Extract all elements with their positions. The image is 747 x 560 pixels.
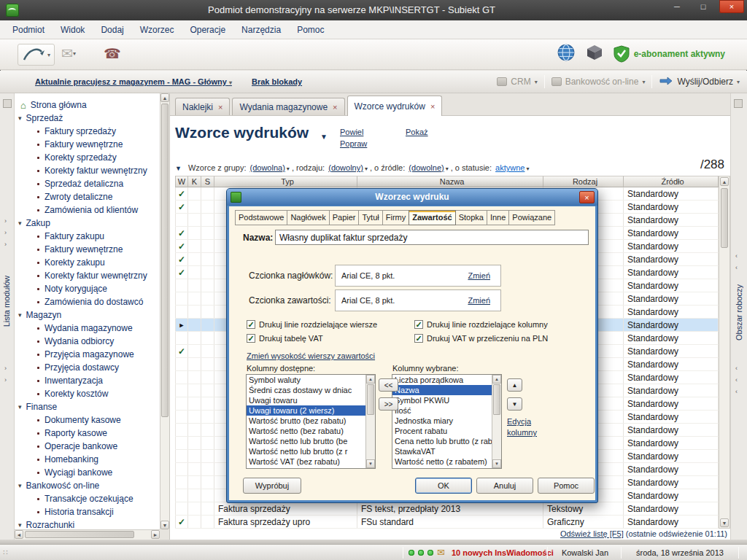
list-item-uwagi-towaru[interactable]: Uwagi towaru: [247, 395, 365, 405]
status-dot-icon[interactable]: [427, 550, 433, 556]
list-item-wartosc-netto-lub-brutto-be[interactable]: Wartość netto lub brutto (be: [247, 436, 365, 446]
scroll-down-icon[interactable]: ▼: [366, 459, 375, 468]
bankowosc-menu[interactable]: Bankowość on-line▾: [551, 77, 646, 87]
online-services-button[interactable]: [557, 43, 576, 65]
menu-item-dodaj[interactable]: Dodaj: [93, 22, 131, 38]
sidebar-horizontal-scrollbar[interactable]: ◄ ►: [15, 529, 160, 540]
sidebar-item-magazyn[interactable]: ▾Magazyn: [15, 308, 160, 322]
filter-zrodlo-value[interactable]: (dowolne): [409, 163, 444, 172]
tab-wzorce-wydrukow[interactable]: Wzorce wydruków×: [347, 96, 443, 116]
scroll-down-icon[interactable]: ▼: [720, 518, 729, 527]
table-row[interactable]: Faktura sprzedażyFS tekst, przedpłaty 20…: [175, 502, 719, 516]
scroll-down-icon[interactable]: ▼: [492, 459, 501, 468]
list-item-symbol-waluty[interactable]: Symbol waluty: [247, 375, 365, 385]
sidebar-item-korekty-zakupu[interactable]: Korekty zakupu: [15, 256, 160, 269]
sidebar-item-operacje-bankowe[interactable]: Operacje bankowe: [15, 440, 160, 453]
filter-grupa-value[interactable]: (dowolna): [250, 163, 285, 172]
scrollbar-thumb[interactable]: [493, 384, 500, 415]
scroll-down-icon[interactable]: ▼: [160, 521, 169, 529]
right-strip-label[interactable]: Obszar roboczy: [735, 284, 743, 341]
menu-item-narzedzia[interactable]: Narzędzia: [233, 22, 289, 38]
sidebar-item-faktury-wewnetrzne[interactable]: Faktury wewnętrzne: [15, 243, 160, 256]
checkbox-drukuj-linie-rozdzielajace-kolumny[interactable]: ✓Drukuj linie rozdzielające kolumny: [414, 320, 587, 329]
sidebar-item-sprzedaz[interactable]: ▾Sprzedaż: [15, 112, 160, 125]
column-header-nazwa[interactable]: Nazwa: [357, 176, 543, 187]
list-item-nazwa[interactable]: Nazwa: [392, 385, 492, 395]
change-header-font-link[interactable]: Zmień: [468, 271, 490, 280]
list-scrollbar[interactable]: ▲ ▼: [492, 375, 501, 468]
filter-status-value[interactable]: aktywne: [495, 163, 525, 172]
dialog-title-bar[interactable]: Wzorzec wydruku ×: [227, 189, 597, 206]
dialog-tab-podstawowe[interactable]: Podstawowe: [235, 210, 287, 225]
row-height-link[interactable]: Zmień wysokość wierszy zawartości: [247, 351, 375, 360]
sidebar-item-korekty-sprzedazy[interactable]: Korekty sprzedaży: [15, 151, 160, 164]
sidebar-item-homebanking[interactable]: Homebanking: [15, 453, 160, 466]
sidebar-item-korekty-faktur-wewnetrzny[interactable]: Korekty faktur wewnętrzny: [15, 269, 160, 282]
scrollbar-thumb[interactable]: [367, 384, 374, 415]
sidebar-vertical-scrollbar[interactable]: ▲ ▼: [160, 93, 169, 529]
sidebar-item-faktury-wewnetrzne[interactable]: Faktury wewnętrzne: [15, 138, 160, 151]
status-dot-icon[interactable]: [409, 550, 414, 556]
list-item-uwagi-towaru-2-wiersz[interactable]: Uwagi towaru (2 wiersz): [247, 405, 365, 416]
close-icon[interactable]: ×: [333, 103, 337, 112]
list-item-jednostka-miary[interactable]: Jednostka miary: [392, 416, 492, 426]
chevron-left-icon[interactable]: ‹: [735, 264, 738, 271]
page-title[interactable]: Wzorce wydruków: [175, 124, 309, 141]
dialog-tab-stopka[interactable]: Stopka: [455, 210, 487, 225]
move-down-button[interactable]: ▼: [507, 397, 522, 411]
menu-item-podmiot[interactable]: Podmiot: [4, 22, 53, 38]
magazyn-link[interactable]: Aktualnie pracujesz z magazynem - MAG - …: [35, 77, 232, 86]
list-item-cena-netto-lub-brutto-z-rab[interactable]: Cena netto lub brutto (z rab: [392, 436, 492, 446]
chevron-left-icon[interactable]: ‹: [735, 388, 738, 395]
list-item-ilosc[interactable]: Ilość: [392, 405, 492, 416]
move-all-left-button[interactable]: <<: [379, 378, 398, 392]
wyprobuj-button[interactable]: Wypróbuj: [243, 478, 301, 494]
column-header-zrodlo[interactable]: Źródło: [624, 176, 719, 187]
dock-icon[interactable]: [3, 99, 12, 108]
sidebar-item-zamowienia-do-dostawco[interactable]: Zamówienia do dostawcó: [15, 295, 160, 308]
sidebar-item-noty-korygujace[interactable]: Noty korygujące: [15, 282, 160, 295]
inswiadomosci-link[interactable]: 10 nowych InsWiadomości: [452, 548, 554, 557]
dialog-tab-powiazane[interactable]: Powiązane: [508, 210, 555, 225]
refresh-link[interactable]: Odśwież listę [F5]: [560, 529, 624, 538]
scroll-left-icon[interactable]: ◄: [15, 530, 23, 539]
ok-button[interactable]: OK: [415, 478, 472, 494]
maximize-button[interactable]: □: [693, 0, 713, 13]
sidebar-item-rozrachunki[interactable]: ▾Rozrachunki: [15, 518, 160, 529]
list-item-wartosc-netto-lub-brutto-z-r[interactable]: Wartość netto lub brutto (z r: [247, 446, 365, 456]
table-vertical-scrollbar[interactable]: ▲ ▼: [719, 176, 730, 529]
column-header-k[interactable]: K: [188, 176, 201, 187]
anuluj-button[interactable]: Anuluj: [476, 478, 533, 494]
list-item-sredni-czas-dostawy-w-dniac[interactable]: Średni czas dostawy w dniac: [247, 385, 365, 395]
menu-item-widok[interactable]: Widok: [53, 22, 93, 38]
chevron-right-icon[interactable]: ›: [4, 365, 7, 372]
sidebar-item-wydania-magazynowe[interactable]: Wydania magazynowe: [15, 322, 160, 335]
scroll-up-icon[interactable]: ▲: [160, 93, 169, 102]
sidebar-item-zakup[interactable]: ▾Zakup: [15, 217, 160, 230]
dialog-close-button[interactable]: ×: [579, 191, 595, 203]
sidebar-item-bankowosc-on-line[interactable]: ▾Bankowość on-line: [15, 479, 160, 492]
filter-icon[interactable]: ▼: [175, 165, 182, 172]
column-header-rodzaj[interactable]: Rodzaj: [543, 176, 624, 187]
tab-naklejki[interactable]: Naklejki×: [175, 98, 230, 115]
column-header-s[interactable]: S: [201, 176, 214, 187]
sidebar-item-korekty-kosztow[interactable]: Korekty kosztów: [15, 387, 160, 400]
list-item-procent-rabatu[interactable]: Procent rabatu: [392, 426, 492, 436]
chevron-left-icon[interactable]: ‹: [735, 365, 738, 372]
close-icon[interactable]: ×: [218, 103, 222, 112]
sidebar-item-wydania-odbiorcy[interactable]: Wydania odbiorcy: [15, 335, 160, 348]
move-up-button[interactable]: ▲: [507, 378, 522, 392]
sidebar-item-przyjecia-dostawcy[interactable]: Przyjęcia dostawcy: [15, 361, 160, 374]
sidebar-item-strona-glowna[interactable]: ⌂Strona główna: [15, 98, 160, 112]
chevron-left-icon[interactable]: ‹: [735, 376, 738, 384]
sidebar-item-dokumenty-kasowe[interactable]: Dokumenty kasowe: [15, 413, 160, 427]
table-row[interactable]: ✓Faktura sprzedaży uproFSu standardGrafi…: [175, 516, 719, 529]
checkbox-drukuj-tabele-vat[interactable]: ✓Drukuj tabelę VAT: [247, 334, 414, 343]
dialog-tab-papier[interactable]: Papier: [329, 210, 360, 225]
edit-column-link[interactable]: Edycja: [507, 417, 531, 426]
chevron-right-icon[interactable]: ›: [4, 217, 7, 225]
dialog-tab-tytul[interactable]: Tytuł: [358, 210, 382, 225]
sidebar-item-korekty-faktur-wewnetrzny[interactable]: Korekty faktur wewnętrzny: [15, 164, 160, 177]
sidebar-item-faktury-zakupu[interactable]: Faktury zakupu: [15, 230, 160, 243]
scroll-up-icon[interactable]: ▲: [492, 375, 501, 384]
